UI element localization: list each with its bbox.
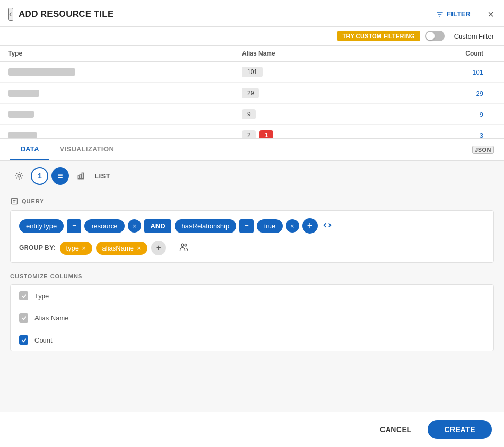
page-title: ADD RESOURCE TILE [19, 9, 114, 20]
filter-icon [436, 10, 444, 19]
table-row: 29 29 [0, 83, 504, 104]
header-right: FILTER × [436, 9, 494, 20]
add-condition-button[interactable]: + [302, 218, 318, 234]
groupby-row: GROUP BY: type × aliasName × + [19, 241, 485, 255]
tabs-bar: DATA VISUALIZATION JSON [0, 139, 504, 161]
count-button[interactable]: 1 [31, 167, 48, 185]
equals-op-1: = [67, 219, 81, 233]
table-wrapper[interactable]: Type Alias Name Count 101 101 [0, 46, 504, 138]
settings-tool-button[interactable] [10, 167, 28, 185]
col-row-type: Type [11, 285, 493, 307]
groupby-aliasname-chip: aliasName × [96, 242, 147, 255]
has-relationship-chip: hasRelationship [175, 219, 237, 233]
chart-view-button[interactable] [72, 167, 90, 185]
custom-filter-badge: TRY CUSTOM FILTERING [337, 31, 420, 41]
checkmark-icon [21, 315, 27, 321]
resource-val: resource [84, 219, 125, 233]
svg-rect-6 [82, 173, 83, 178]
json-icon: JSON [472, 146, 494, 154]
filter-button[interactable]: FILTER [436, 10, 471, 19]
true-val: true [257, 219, 283, 233]
columns-box: Type Alias Name Co [10, 284, 494, 351]
count-cell: 101 [373, 62, 504, 83]
groupby-divider [172, 242, 172, 254]
blurred-type [8, 68, 75, 76]
alias-badge: 101 [242, 67, 263, 77]
query-icon [10, 197, 19, 205]
custom-filter-bar: TRY CUSTOM FILTERING Custom Filter [0, 27, 504, 46]
count-cell: 3 [373, 125, 504, 139]
type-cell [0, 62, 234, 83]
groupby-config-button[interactable] [179, 242, 189, 254]
and-op: AND [144, 219, 171, 233]
groupby-type-label: type [66, 244, 79, 252]
toolbar: 1 LIST [0, 161, 504, 189]
table-row: 101 101 [0, 62, 504, 83]
list-view-button[interactable] [51, 167, 69, 185]
back-button[interactable]: ‹ [8, 8, 13, 21]
type-col-name: Type [34, 292, 49, 300]
customize-section: CUSTOMIZE COLUMNS Type [10, 273, 494, 351]
svg-rect-7 [11, 198, 17, 204]
toggle-track[interactable] [425, 31, 445, 41]
query-box: entityType = resource × AND hasRelations… [10, 210, 494, 263]
close-button[interactable]: × [488, 9, 494, 20]
header-divider [479, 9, 479, 20]
header-left: ‹ ADD RESOURCE TILE [8, 8, 114, 21]
json-button[interactable]: JSON [472, 146, 494, 154]
tab-visualization[interactable]: VISUALIZATION [49, 139, 124, 160]
alias-cell: 29 [234, 83, 373, 104]
create-button[interactable]: CREATE [428, 420, 492, 439]
query-row: entityType = resource × AND hasRelations… [19, 218, 485, 234]
people-icon [179, 242, 189, 252]
count-cell: 29 [373, 83, 504, 104]
groupby-type-chip: type × [60, 242, 92, 255]
dialog: ‹ ADD RESOURCE TILE FILTER × TRY CUSTOM … [0, 0, 504, 447]
blurred-type [8, 90, 39, 97]
custom-filter-toggle[interactable] [425, 31, 445, 41]
dialog-footer: CANCEL CREATE [0, 412, 504, 447]
svg-rect-4 [78, 176, 79, 179]
checkmark-icon [21, 337, 27, 343]
list-icon [56, 172, 64, 180]
chart-icon [77, 172, 85, 180]
add-groupby-button[interactable]: + [151, 241, 166, 255]
cancel-button[interactable]: CANCEL [370, 420, 422, 439]
groupby-label: GROUP BY: [19, 244, 56, 252]
col-row-alias: Alias Name [11, 307, 493, 329]
alias-cell: 2 1 [234, 125, 373, 139]
type-cell [0, 104, 234, 125]
alias-badge: 9 [242, 109, 256, 119]
col-row-count: Count [11, 329, 493, 351]
dialog-header: ‹ ADD RESOURCE TILE FILTER × [0, 0, 504, 27]
checkmark-icon [21, 293, 27, 299]
count-label: 1 [38, 172, 42, 180]
alias-cell: 101 [234, 62, 373, 83]
blurred-type [8, 111, 34, 118]
remove-aliasname-groupby-button[interactable]: × [137, 245, 141, 252]
customize-columns-label: CUSTOMIZE COLUMNS [10, 273, 494, 279]
count-cell: 9 [373, 104, 504, 125]
type-checkbox[interactable] [19, 291, 28, 300]
col-type-header: Type [0, 46, 234, 62]
groupby-aliasname-label: aliasName [102, 244, 134, 252]
type-cell [0, 125, 234, 139]
equals-op-2: = [239, 219, 254, 233]
svg-point-11 [185, 244, 187, 246]
count-checkbox[interactable] [19, 335, 28, 345]
tabs-left: DATA VISUALIZATION [10, 139, 124, 160]
remove-entity-type-button[interactable]: × [128, 219, 141, 233]
table-section: Type Alias Name Count 101 101 [0, 46, 504, 139]
code-view-button[interactable] [321, 219, 334, 234]
remove-type-groupby-button[interactable]: × [82, 245, 86, 252]
remove-has-relationship-button[interactable]: × [286, 219, 299, 233]
alias-checkbox[interactable] [19, 313, 28, 323]
type-cell [0, 83, 234, 104]
svg-rect-5 [80, 174, 81, 179]
settings-icon [14, 171, 24, 181]
col-count-header: Count [373, 46, 504, 62]
data-table: Type Alias Name Count 101 101 [0, 46, 504, 138]
alias-badge: 29 [242, 88, 259, 98]
tab-data[interactable]: DATA [10, 139, 49, 160]
entity-type-chip: entityType [19, 219, 64, 233]
